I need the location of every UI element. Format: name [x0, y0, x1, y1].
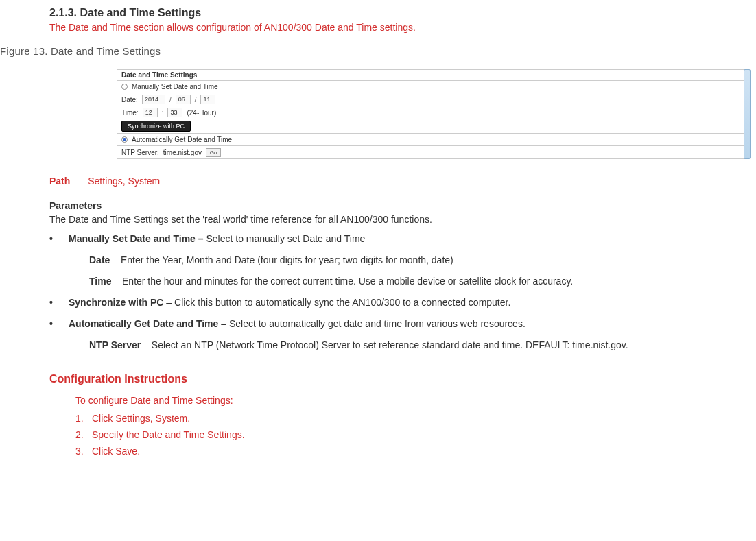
path-label: Path	[49, 176, 70, 187]
param-manual-title: Manually Set Date and Time –	[69, 233, 206, 244]
date-sep-2: /	[195, 96, 197, 104]
config-step-3: 3.Click Save.	[75, 446, 729, 457]
parameters-list-2: Synchronize with PC – Click this button …	[49, 296, 729, 331]
radio-auto-label: Automatically Get Date and Time	[132, 136, 232, 143]
parameters-intro: The Date and Time Settings set the 'real…	[49, 214, 729, 225]
date-label: Date:	[121, 96, 138, 104]
time-hour-input[interactable]: 12	[143, 108, 158, 117]
step-3-text: Click Save.	[92, 446, 140, 457]
config-steps: 1.Click Settings, System. 2.Specify the …	[75, 413, 729, 457]
row-sync: Synchronize with PC	[117, 119, 747, 134]
figure-screenshot: Date and Time Settings Manually Set Date…	[117, 69, 748, 159]
param-date-label: Date	[89, 254, 110, 265]
path-value: Settings, System	[88, 176, 160, 187]
param-date-desc: – Enter the Year, Month and Date (four d…	[110, 254, 453, 265]
row-date: Date: 2014 / 06 / 11	[117, 93, 747, 106]
time-label: Time:	[121, 109, 139, 117]
step-2-num: 2.	[75, 429, 92, 440]
time-colon: :	[162, 109, 164, 117]
ntp-value: time.nist.gov	[163, 149, 202, 156]
step-3-num: 3.	[75, 446, 92, 457]
panel-title: Date and Time Settings	[117, 70, 747, 81]
step-1-text: Click Settings, System.	[92, 413, 190, 424]
date-day-input[interactable]: 11	[200, 95, 215, 104]
param-manual-desc: Select to manually set Date and Time	[206, 233, 365, 244]
param-manual: Manually Set Date and Time – Select to m…	[49, 232, 729, 246]
param-ntp-label: NTP Server	[89, 339, 141, 350]
row-time: Time: 12 : 33 (24-Hour)	[117, 106, 747, 119]
path-row: Path Settings, System	[49, 176, 729, 187]
config-heading: Configuration Instructions	[49, 373, 729, 385]
time-format-label: (24-Hour)	[187, 109, 216, 117]
param-ntp-sub: NTP Server – Select an NTP (Network Time…	[89, 338, 729, 352]
param-auto-desc: – Select to automatically get date and t…	[218, 318, 525, 329]
radio-auto[interactable]	[121, 136, 128, 143]
config-step-2: 2.Specify the Date and Time Settings.	[75, 429, 729, 440]
config-step-1: 1.Click Settings, System.	[75, 413, 729, 424]
parameters-list: Manually Set Date and Time – Select to m…	[49, 232, 729, 246]
sync-pc-button[interactable]: Synchronize with PC	[121, 121, 191, 132]
param-ntp-desc: – Select an NTP (Network Time Protocol) …	[141, 339, 628, 350]
param-auto: Automatically Get Date and Time – Select…	[49, 317, 729, 331]
date-year-input[interactable]: 2014	[142, 95, 165, 104]
settings-panel: Date and Time Settings Manually Set Date…	[117, 69, 748, 159]
radio-manual[interactable]	[121, 84, 128, 90]
step-2-text: Specify the Date and Time Settings.	[92, 429, 245, 440]
figure-caption: Figure 13. Date and Time Settings	[0, 45, 756, 57]
radio-manual-label: Manually Set Date and Time	[132, 83, 218, 91]
param-sync: Synchronize with PC – Click this button …	[49, 296, 729, 310]
row-auto-radio: Automatically Get Date and Time	[117, 134, 747, 146]
section-subtitle: The Date and Time section allows configu…	[49, 22, 756, 33]
param-auto-title: Automatically Get Date and Time	[69, 318, 218, 329]
parameters-heading: Parameters	[49, 200, 729, 211]
time-min-input[interactable]: 33	[167, 108, 182, 117]
ntp-go-button[interactable]: Go	[206, 148, 221, 157]
param-time-sub: Time – Enter the hour and minutes for th…	[89, 274, 729, 289]
date-sep-1: /	[169, 96, 172, 104]
step-1-num: 1.	[75, 413, 92, 424]
config-intro: To configure Date and Time Settings:	[75, 395, 729, 406]
param-time-label: Time	[89, 276, 111, 287]
section-title: 2.1.3. Date and Time Settings	[49, 7, 756, 19]
param-sync-desc: – Click this button to automatically syn…	[163, 297, 510, 308]
scrollbar-vertical[interactable]	[744, 69, 751, 159]
row-manual-radio: Manually Set Date and Time	[117, 81, 747, 93]
param-date-sub: Date – Enter the Year, Month and Date (f…	[89, 253, 729, 267]
row-ntp: NTP Server: time.nist.gov Go	[117, 146, 747, 158]
date-month-input[interactable]: 06	[176, 95, 191, 104]
ntp-label: NTP Server:	[121, 149, 159, 156]
param-sync-title: Synchronize with PC	[69, 297, 163, 308]
param-time-desc: – Enter the hour and minutes for the cor…	[111, 276, 573, 287]
